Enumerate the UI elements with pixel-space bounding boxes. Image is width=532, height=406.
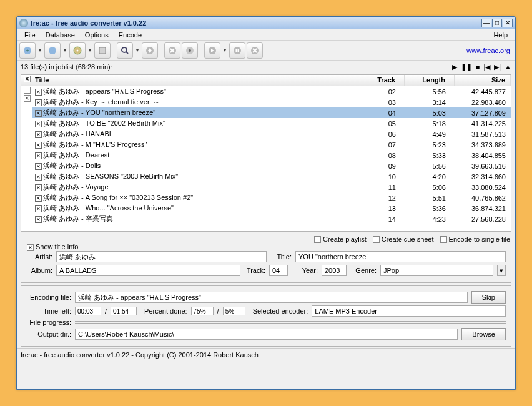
row-title: ✕浜崎 あゆみ - HANABI — [32, 129, 367, 139]
row-track: 02 — [367, 87, 405, 96]
encoding-file — [75, 292, 468, 303]
encoder-settings-button[interactable] — [182, 42, 198, 59]
stop-button[interactable] — [247, 42, 263, 59]
year-input[interactable] — [322, 265, 347, 276]
row-size: 36.874.321 — [455, 204, 511, 213]
pause-icon[interactable]: ❚❚ — [461, 63, 472, 71]
row-size: 41.314.225 — [455, 119, 511, 128]
timeleft-label: Time left: — [26, 307, 71, 315]
skip-button[interactable]: Skip — [471, 291, 506, 304]
output-dir-input[interactable] — [75, 329, 458, 340]
table-row[interactable]: ✕浜崎 あゆみ - SEASONS "2003 ReBirth Mix"104:… — [32, 171, 511, 182]
table-row[interactable]: ✕浜崎 あゆみ - HANABI064:4931.587.513 — [32, 129, 511, 139]
search-dropdown[interactable] — [134, 47, 140, 53]
col-size[interactable]: Size — [455, 75, 511, 86]
encode-button[interactable] — [204, 42, 220, 59]
timeleft-total: 01:54 — [111, 307, 137, 315]
table-row[interactable]: ✕浜崎 あゆみ - 卒業写真144:2327.568.228 — [32, 214, 511, 224]
menu-encode[interactable]: Encode — [114, 31, 147, 39]
maximize-button[interactable]: □ — [492, 19, 502, 27]
row-length: 5:56 — [405, 162, 455, 171]
track-label: Track: — [244, 267, 265, 274]
genre-select[interactable] — [380, 265, 493, 276]
list-options: Create playlist Create cue sheet Encode … — [17, 233, 515, 245]
row-size: 40.765.862 — [455, 194, 511, 202]
play-icon[interactable]: ▶ — [452, 63, 457, 71]
submit-button[interactable] — [142, 42, 158, 59]
next-icon[interactable]: ▶| — [494, 63, 501, 71]
menu-options[interactable]: Options — [80, 31, 114, 39]
row-checkbox[interactable]: ✕ — [24, 95, 31, 102]
row-track: 03 — [367, 98, 405, 107]
svg-text:-: - — [52, 47, 54, 54]
table-row[interactable]: ✕浜崎 あゆみ - TO BE "2002 ReBirth Mix"055:18… — [32, 118, 511, 129]
row-size: 38.404.855 — [455, 151, 511, 160]
transport-controls: ▶ ❚❚ ■ |◀ ▶| ▲ — [452, 63, 511, 71]
create-cuesheet-checkbox[interactable]: Create cue sheet — [373, 235, 434, 243]
cddb-button[interactable] — [94, 42, 111, 59]
genre-dropdown-icon[interactable]: ▾ — [497, 265, 506, 276]
table-row[interactable]: ✕浜崎 あゆみ - Dearest085:3338.404.855 — [32, 150, 511, 161]
artist-input[interactable] — [56, 251, 267, 262]
svg-point-14 — [234, 47, 241, 54]
add-file-button[interactable]: + — [19, 42, 36, 59]
table-row[interactable]: ✕浜崎 あゆみ - Dolls095:5639.663.516 — [32, 161, 511, 171]
search-button[interactable] — [117, 42, 133, 59]
row-length: 4:20 — [405, 172, 455, 181]
prev-icon[interactable]: |◀ — [483, 63, 490, 71]
create-playlist-checkbox[interactable]: Create playlist — [314, 235, 367, 243]
joblist: ✕ Title Track Length Size ✕ ✕浜崎 あゆみ - ap… — [21, 74, 511, 232]
encode-single-checkbox[interactable]: Encode to single file — [440, 235, 510, 243]
row-length: 4:49 — [405, 130, 455, 139]
website-link[interactable]: www.freac.org — [466, 47, 510, 54]
col-track[interactable]: Track — [367, 75, 405, 86]
col-title[interactable]: Title — [32, 75, 367, 86]
cd-button[interactable] — [69, 42, 86, 59]
toolbar: + - www.freac.org — [17, 41, 515, 61]
title-info-legend[interactable]: ✕Show title info — [25, 243, 80, 251]
app-icon — [19, 19, 28, 27]
total-progress-bar — [75, 323, 506, 324]
table-row[interactable]: ✕浜崎 あゆみ - A Song for ×× "030213 Session … — [32, 192, 511, 203]
stop-icon[interactable]: ■ — [476, 63, 480, 71]
menu-file[interactable]: File — [19, 31, 41, 39]
selected-encoder — [312, 305, 506, 317]
cd-dropdown[interactable] — [87, 47, 93, 53]
encoding-panel: Encoding file: Skip Time left: 00:03 / 0… — [21, 285, 511, 347]
output-dir-label: Output dir.: — [26, 330, 71, 338]
table-row[interactable]: ✕浜崎 あゆみ - YOU "northern breeze"045:0337.… — [32, 107, 511, 118]
add-file-dropdown[interactable] — [37, 47, 43, 53]
remove-file-dropdown[interactable] — [62, 47, 68, 53]
row-title: ✕浜崎 あゆみ - TO BE "2002 ReBirth Mix" — [32, 118, 367, 129]
eject-icon[interactable]: ▲ — [505, 63, 511, 71]
pause-button[interactable] — [229, 42, 245, 59]
close-button[interactable]: ✕ — [503, 19, 513, 27]
svg-point-5 — [77, 49, 79, 51]
title-input[interactable] — [295, 251, 506, 262]
encoding-file-label: Encoding file: — [26, 294, 71, 301]
percent-track: 75% — [191, 307, 214, 315]
menu-help[interactable]: Help — [488, 31, 513, 39]
col-length[interactable]: Length — [405, 75, 455, 86]
table-row[interactable]: ✕浜崎 あゆみ - M "H∧L'S Progress"075:2334.373… — [32, 139, 511, 150]
table-row[interactable]: ✕浜崎 あゆみ - Who... "Across the Universe"13… — [32, 203, 511, 214]
row-track: 07 — [367, 141, 405, 149]
joblist-body[interactable]: ✕浜崎 あゆみ - appears "H∧L'S Progress"025:56… — [32, 86, 511, 231]
track-input[interactable] — [269, 265, 288, 276]
table-row[interactable]: ✕浜崎 あゆみ - Voyage115:0633.080.524 — [32, 182, 511, 192]
table-row[interactable]: ✕浜崎 あゆみ - appears "H∧L'S Progress"025:56… — [32, 86, 511, 97]
status-text: fre:ac - free audio converter v1.0.22 - … — [21, 351, 259, 359]
settings-button[interactable] — [164, 42, 180, 59]
album-input[interactable] — [56, 265, 240, 276]
encode-dropdown[interactable] — [222, 47, 228, 53]
clear-all-icon[interactable]: ✕ — [24, 76, 31, 82]
minimize-button[interactable]: — — [481, 19, 491, 27]
row-track: 06 — [367, 130, 405, 139]
table-row[interactable]: ✕浜崎 あゆみ - Key ～ eternal tie ver. ～033:14… — [32, 97, 511, 107]
browse-button[interactable]: Browse — [461, 328, 506, 340]
row-title: ✕浜崎 あゆみ - appears "H∧L'S Progress" — [32, 86, 367, 97]
menu-database[interactable]: Database — [41, 31, 80, 39]
titlebar[interactable]: fre:ac - free audio converter v1.0.22 — … — [17, 17, 515, 29]
remove-file-button[interactable]: - — [44, 42, 61, 59]
row-checkbox[interactable] — [24, 87, 31, 94]
